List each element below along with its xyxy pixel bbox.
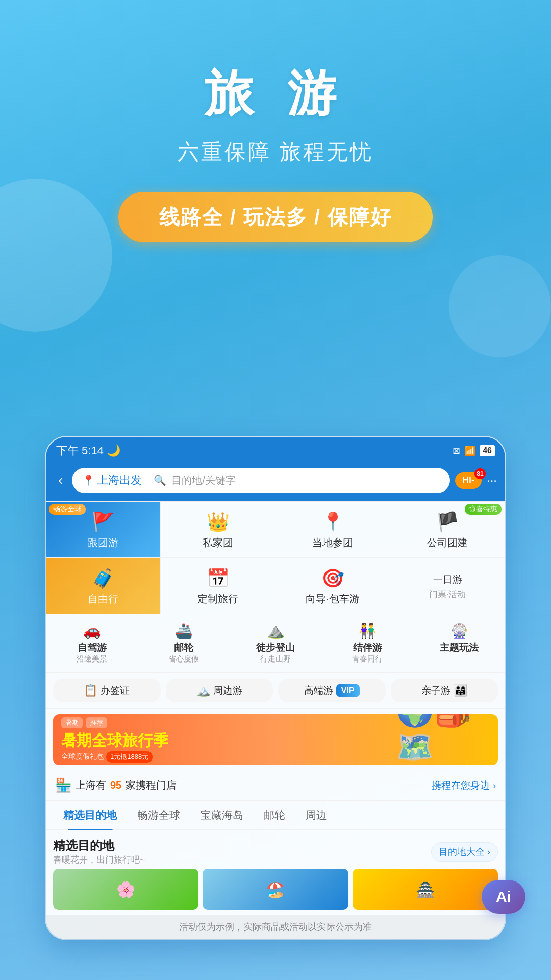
theme-label: 主题玩法 <box>440 641 479 654</box>
local-tour-icon: 📍 <box>321 511 344 533</box>
hiking-label: 徒步登山 <box>256 641 295 654</box>
menu-item-custom-tour[interactable]: 📅 定制旅行 <box>161 558 276 614</box>
hiking-icon: ⛰️ <box>267 622 285 639</box>
tab-selected-destination[interactable]: 精选目的地 <box>53 801 127 829</box>
custom-tour-label: 定制旅行 <box>197 592 238 606</box>
dest-image-1[interactable]: 🌸 <box>53 869 198 910</box>
tab-world-tour[interactable]: 畅游全球 <box>127 801 190 829</box>
company-tour-icon: 🏴 <box>436 511 459 533</box>
banner-tag2: 推荐 <box>86 717 107 728</box>
self-drive-icon: 🚗 <box>83 622 101 639</box>
ticket-label: 门票·活动 <box>429 589 466 600</box>
local-tour-label: 当地参团 <box>312 536 353 550</box>
battery-icon: 46 <box>480 445 495 456</box>
tag-family[interactable]: 亲子游 👨‍👩‍👧 <box>391 679 498 702</box>
group-tour-label: 跟团游 <box>88 536 118 550</box>
destination-section: 精选目的地 春暖花开，出门旅行吧~ 目的地大全 › 🌸 🏖️ 🏯 <box>46 830 505 915</box>
cruise-sub: 省心度假 <box>168 654 199 664</box>
store-text-before: 上海有 <box>76 778 106 792</box>
tab-island[interactable]: 宝藏海岛 <box>190 801 254 829</box>
sub-menu-row: 🚗 自驾游 沿途美景 🚢 邮轮 省心度假 ⛰️ 徒步登山 行走山野 👫 结伴游 … <box>46 614 505 673</box>
destination-header: 精选目的地 春暖花开，出门旅行吧~ 目的地大全 › <box>53 838 498 866</box>
tab-nearby[interactable]: 周边 <box>295 801 337 829</box>
menu-item-local-tour[interactable]: 📍 当地参团 <box>276 502 390 558</box>
hero-subtitle: 六重保障 旅程无忧 <box>0 138 551 166</box>
family-icon: 👨‍👩‍👧 <box>454 684 467 697</box>
search-input-container[interactable]: 📍 上海出发 🔍 目的地/关键字 <box>72 468 450 493</box>
hero-title: 旅 游 <box>0 61 551 128</box>
companion-sub: 青春同行 <box>352 654 383 664</box>
banner-main-text: 暑期全球旅行季 <box>61 730 168 751</box>
private-tour-icon: 👑 <box>207 511 230 533</box>
nearby-icon: 🏔️ <box>196 684 210 697</box>
store-icon: 🏪 <box>55 777 71 793</box>
banner-illustration: 🌍🎒🗺️ <box>396 714 498 765</box>
store-link[interactable]: 携程在您身边 › <box>432 779 496 792</box>
more-options-button[interactable]: ··· <box>487 473 497 487</box>
destination-all-button[interactable]: 目的地大全 › <box>431 842 498 862</box>
menu-item-free-tour[interactable]: 🧳 自由行 <box>46 558 161 614</box>
signal-icon: ⊠ <box>453 445 460 456</box>
company-tour-label: 公司团建 <box>427 536 468 550</box>
tag-nearby[interactable]: 🏔️ 周边游 <box>166 679 273 702</box>
hi-badge[interactable]: Hi- 81 <box>455 472 482 489</box>
self-drive-label: 自驾游 <box>78 641 107 654</box>
dest-image-3[interactable]: 🏯 <box>353 869 498 910</box>
visa-icon: 📋 <box>84 684 97 697</box>
dest-image-2[interactable]: 🏖️ <box>203 869 348 910</box>
hero-badge[interactable]: 线路全 / 玩法多 / 保障好 <box>118 192 433 242</box>
store-left: 🏪 上海有 95 家携程门店 <box>55 777 177 793</box>
menu-item-guide-tour[interactable]: 🎯 向导·包车游 <box>276 558 390 614</box>
sub-menu-cruise[interactable]: 🚢 邮轮 省心度假 <box>138 618 230 668</box>
moon-icon: 🌙 <box>107 444 120 457</box>
ai-float-button[interactable]: Ai <box>482 880 525 914</box>
sub-menu-theme[interactable]: 🎡 主题玩法 <box>413 618 505 668</box>
menu-item-group-tour[interactable]: 畅游全球 🚩 跟团游 <box>46 502 161 558</box>
tag-luxury[interactable]: 高端游 VIP <box>278 679 386 702</box>
menu-item-day-tour[interactable]: 一日游 门票·活动 <box>390 558 505 614</box>
destination-title: 精选目的地 <box>53 838 145 854</box>
hero-section: 旅 游 六重保障 旅程无忧 线路全 / 玩法多 / 保障好 <box>0 0 551 242</box>
special-badge: 惊喜特惠 <box>465 504 502 515</box>
family-label: 亲子游 <box>421 684 450 697</box>
sub-menu-companion[interactable]: 👫 结伴游 青春同行 <box>321 618 413 668</box>
store-info-row: 🏪 上海有 95 家携程门店 携程在您身边 › <box>46 770 505 801</box>
tab-cruise[interactable]: 邮轮 <box>254 801 295 829</box>
departure-location[interactable]: 📍 上海出发 <box>82 473 148 488</box>
sub-menu-hiking[interactable]: ⛰️ 徒步登山 行走山野 <box>230 618 321 668</box>
dest-title-group: 精选目的地 春暖花开，出门旅行吧~ <box>53 838 145 866</box>
destination-images: 🌸 🏖️ 🏯 <box>53 869 498 910</box>
luxury-label: 高端游 <box>304 684 333 697</box>
summer-banner[interactable]: 暑期 推荐 暑期全球旅行季 全球度假礼包 1元抵1888元 🌍🎒🗺️ <box>53 714 498 765</box>
search-magnifier-icon: 🔍 <box>154 474 166 486</box>
status-icons: ⊠ 📶 46 <box>453 445 495 456</box>
tag-nearby-label: 周边游 <box>213 684 242 697</box>
back-button[interactable]: ‹ <box>54 470 67 491</box>
private-tour-label: 私家团 <box>203 536 233 550</box>
search-placeholder-text: 目的地/关键字 <box>171 474 440 487</box>
banner-coupon: 1元抵1888元 <box>106 751 153 763</box>
banner-tag: 暑期 <box>61 717 83 728</box>
companion-icon: 👫 <box>359 622 377 639</box>
notification-badge: 81 <box>474 468 486 479</box>
free-tour-label: 自由行 <box>88 592 118 606</box>
custom-tour-icon: 📅 <box>207 568 230 589</box>
tag-visa[interactable]: 📋 办签证 <box>53 679 161 702</box>
status-bar: 下午 5:14 🌙 ⊠ 📶 46 <box>46 437 505 462</box>
store-count: 95 <box>110 779 121 791</box>
guide-tour-label: 向导·包车游 <box>306 592 360 606</box>
menu-item-company-tour[interactable]: 惊喜特惠 🏴 公司团建 <box>390 502 505 558</box>
menu-item-private-tour[interactable]: 👑 私家团 <box>161 502 276 558</box>
status-time: 下午 5:14 🌙 <box>56 443 120 458</box>
companion-label: 结伴游 <box>353 641 382 654</box>
self-drive-sub: 沿途美景 <box>77 654 107 664</box>
sub-menu-self-drive[interactable]: 🚗 自驾游 沿途美景 <box>46 618 138 668</box>
disclaimer-text: 活动仅为示例，实际商品或活动以实际公示为准 <box>46 915 505 939</box>
banner-sub-text: 全球度假礼包 <box>61 752 104 762</box>
guide-tour-icon: 🎯 <box>321 568 344 589</box>
tag-visa-label: 办签证 <box>101 684 130 697</box>
theme-icon: 🎡 <box>450 622 468 639</box>
search-bar: ‹ 📍 上海出发 🔍 目的地/关键字 Hi- 81 ··· <box>46 462 505 501</box>
destination-subtitle: 春暖花开，出门旅行吧~ <box>53 854 145 866</box>
header-right: Hi- 81 ··· <box>455 472 497 489</box>
